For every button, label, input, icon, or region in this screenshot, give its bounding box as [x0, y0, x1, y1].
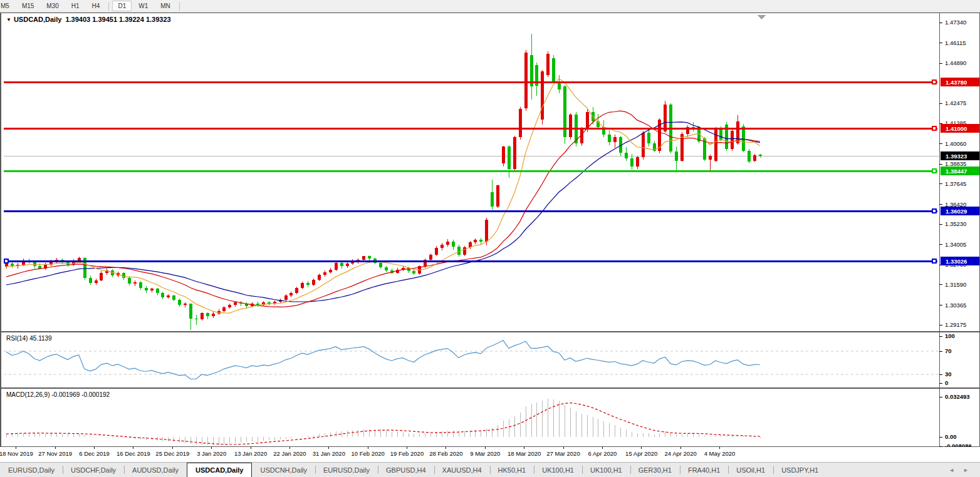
date-tick-label: 27 Mar 2020: [546, 450, 580, 457]
tab-hk50-h1[interactable]: HK50,H1: [490, 463, 534, 477]
rsi-indicator-panel[interactable]: RSI(14) 45.1139 10070300: [0, 332, 980, 388]
candle-body: [435, 248, 438, 255]
timeframe-button-m15[interactable]: M15: [16, 1, 39, 11]
ma-fast-line: [6, 79, 760, 313]
candle-body: [491, 192, 494, 207]
price-tick-label: 1.40060: [945, 140, 966, 147]
candle-body: [184, 304, 187, 304]
tab-fra40-h1[interactable]: FRA40,H1: [680, 463, 728, 477]
chart-title: ▼USDCAD,Daily 1.39403 1.39451 1.39224 1.…: [6, 16, 171, 23]
candle-body: [222, 307, 226, 312]
tab-gbpusd-h4[interactable]: GBPUSD,H4: [378, 463, 434, 477]
candle-body: [608, 135, 611, 142]
candle-body: [502, 146, 505, 163]
line-handle[interactable]: [932, 126, 936, 130]
line-handle[interactable]: [932, 209, 936, 213]
price-tick-label: 1.38835: [945, 160, 966, 167]
candle-body: [323, 272, 326, 275]
candle-body: [145, 288, 148, 290]
candle-body: [346, 264, 349, 266]
price-badge-label: 1.38447: [946, 168, 967, 175]
candle-body: [150, 289, 154, 290]
candle-body: [496, 185, 499, 206]
candle-body: [306, 283, 310, 285]
price-tick-label: 1.47340: [945, 19, 966, 26]
tab-eurusd-daily[interactable]: EURUSD,Daily: [315, 463, 378, 477]
candle-body: [318, 275, 321, 280]
tab-audusd-daily[interactable]: AUDUSD,Daily: [124, 463, 187, 477]
tab-usdcnh-daily[interactable]: USDCNH,Daily: [252, 463, 315, 477]
candle-body: [452, 242, 455, 247]
tab-usoil-h1[interactable]: USOil,H1: [728, 463, 773, 477]
candle-body: [95, 280, 98, 283]
timeframe-button-h4[interactable]: H4: [86, 1, 106, 11]
date-tick-label: 27 Nov 2019: [38, 450, 72, 457]
macd-tick-label: 0.00: [945, 433, 957, 440]
date-tick-label: 4 May 2020: [704, 450, 736, 457]
candle-body: [552, 58, 555, 81]
ma-mid-line: [6, 111, 760, 307]
candle-body: [508, 146, 511, 169]
line-handle[interactable]: [4, 259, 8, 263]
candle-body: [228, 305, 231, 307]
tab-scroll-arrows: ◄ ►: [949, 463, 980, 477]
timeframe-button-w1[interactable]: W1: [133, 1, 154, 11]
price-tick-label: 1.31590: [945, 281, 966, 288]
candle-body: [172, 295, 175, 300]
candle-body: [546, 54, 550, 75]
line-handle[interactable]: [932, 80, 936, 84]
tab-usdchf-daily[interactable]: USDCHF,Daily: [63, 463, 124, 477]
macd-tick-label: 0.032493: [945, 393, 970, 400]
candle-body: [167, 295, 170, 297]
macd-indicator-panel[interactable]: MACD(12,26,9) -0.001969 -0.000192 0.0324…: [0, 388, 980, 447]
candle-body: [457, 247, 461, 255]
rsi-tick-label: 70: [945, 347, 952, 354]
price-tick-label: 1.35230: [945, 220, 966, 227]
candle-body: [362, 256, 365, 259]
tabs-holder: EURUSD,DailyUSDCHF,DailyAUDUSD,DailyUSDC…: [0, 463, 826, 477]
candle-body: [289, 293, 293, 295]
candle-body: [625, 153, 628, 158]
candle-body: [429, 255, 432, 260]
scroll-right-icon[interactable]: ►: [963, 467, 969, 473]
macd-label: MACD(12,26,9) -0.001969 -0.000192: [6, 391, 110, 398]
timeframe-button-m30[interactable]: M30: [41, 1, 64, 11]
tab-uk100-h1[interactable]: UK100,H1: [582, 463, 630, 477]
timeframe-button-h1[interactable]: H1: [66, 1, 85, 11]
scroll-left-icon[interactable]: ◄: [949, 467, 954, 473]
symbol-tab-bar: EURUSD,DailyUSDCHF,DailyAUDUSD,DailyUSDC…: [0, 462, 980, 477]
candle-body: [541, 71, 544, 120]
candle-body: [524, 53, 528, 108]
macd-signal-line: [6, 403, 760, 444]
tab-ger30-h1[interactable]: GER30,H1: [630, 463, 680, 477]
macd-histogram: [6, 399, 760, 445]
price-badge-label: 1.43780: [946, 79, 967, 86]
timeframe-button-d1[interactable]: D1: [112, 1, 132, 11]
candle-body: [100, 273, 103, 280]
candle-body: [212, 314, 215, 316]
tab-eurusd-daily[interactable]: EURUSD,Daily: [0, 463, 63, 477]
price-tick-label: 1.30365: [945, 302, 966, 309]
timeframe-toolbar: M5M15M30H1H4D1W1MN: [0, 0, 980, 13]
candle-body: [189, 304, 192, 319]
line-handle[interactable]: [932, 169, 936, 173]
tab-xauusd-h4[interactable]: XAUUSD,H4: [434, 463, 490, 477]
time-axis[interactable]: 18 Nov 201927 Nov 20196 Dec 201916 Dec 2…: [0, 447, 980, 462]
candle-body: [440, 245, 444, 248]
price-tick-label: 1.42475: [945, 100, 966, 106]
line-handle[interactable]: [932, 259, 936, 263]
tab-usdjpy-h1[interactable]: USDJPY,H1: [773, 463, 826, 477]
chevron-down-icon[interactable]: ▼: [6, 17, 11, 23]
timeframe-button-m5[interactable]: M5: [0, 1, 15, 11]
candle-body: [201, 313, 204, 319]
candle-body: [206, 313, 209, 316]
tab-uk100-h1[interactable]: UK100,H1: [534, 463, 582, 477]
price-chart-panel[interactable]: ▼USDCAD,Daily 1.39403 1.39451 1.39224 1.…: [0, 13, 980, 332]
chart-title-text: USDCAD,Daily 1.39403 1.39451 1.39224 1.3…: [14, 16, 171, 23]
candle-body: [89, 278, 92, 283]
timeframe-button-mn[interactable]: MN: [155, 1, 176, 11]
candle-body: [580, 130, 583, 143]
candle-body: [284, 295, 288, 300]
date-tick-label: 6 Dec 2019: [79, 450, 110, 457]
tab-usdcad-daily[interactable]: USDCAD,Daily: [187, 463, 252, 477]
